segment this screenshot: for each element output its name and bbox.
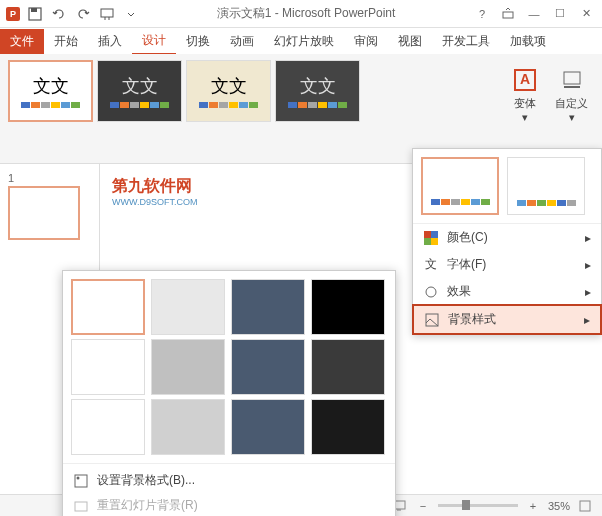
bg-style-10[interactable] <box>151 399 225 455</box>
chevron-right-icon: ▸ <box>585 285 591 299</box>
tab-slideshow[interactable]: 幻灯片放映 <box>264 29 344 54</box>
zoom-handle[interactable] <box>462 500 470 510</box>
tab-file[interactable]: 文件 <box>0 29 44 54</box>
svg-rect-8 <box>424 231 431 238</box>
zoom-slider[interactable] <box>438 504 518 507</box>
theme-office[interactable]: 文文 <box>8 60 93 122</box>
effects-icon <box>423 284 439 300</box>
slide-thumbnail-1[interactable] <box>8 186 80 240</box>
quick-access-toolbar: P <box>4 3 142 25</box>
bg-style-12[interactable] <box>311 399 385 455</box>
customize-button[interactable]: 自定义 ▾ <box>549 64 594 126</box>
bg-style-11[interactable] <box>231 399 305 455</box>
bg-style-6[interactable] <box>151 339 225 395</box>
help-button[interactable]: ? <box>470 4 494 24</box>
chevron-right-icon: ▸ <box>584 313 590 327</box>
svg-rect-3 <box>503 12 513 18</box>
ribbon-tabs: 文件 开始 插入 设计 切换 动画 幻灯片放映 审阅 视图 开发工具 加载项 <box>0 28 602 54</box>
bg-style-2[interactable] <box>151 279 225 335</box>
app-icon: P <box>4 5 22 23</box>
minimize-button[interactable]: — <box>522 4 546 24</box>
color-strip <box>21 102 80 108</box>
colors-icon <box>423 230 439 246</box>
maximize-button[interactable]: ☐ <box>548 4 572 24</box>
tab-insert[interactable]: 插入 <box>88 29 132 54</box>
tab-home[interactable]: 开始 <box>44 29 88 54</box>
chevron-down-icon: ▾ <box>569 111 575 124</box>
background-styles-menu-item[interactable]: 背景样式 ▸ <box>412 304 602 335</box>
background-icon <box>424 312 440 328</box>
zoom-level: 35% <box>548 500 570 512</box>
variant-thumbnails <box>413 149 601 223</box>
svg-rect-16 <box>75 502 87 511</box>
tab-review[interactable]: 审阅 <box>344 29 388 54</box>
bg-style-4[interactable] <box>311 279 385 335</box>
title-bar: P 演示文稿1 - Microsoft PowerPoint ? — ☐ ✕ <box>0 0 602 28</box>
themes-gallery: 文文 文文 文文 文文 <box>8 60 360 122</box>
svg-rect-7 <box>564 86 580 88</box>
svg-point-12 <box>426 287 436 297</box>
tab-animations[interactable]: 动画 <box>220 29 264 54</box>
redo-button[interactable] <box>72 3 94 25</box>
svg-rect-9 <box>431 231 438 238</box>
tab-design[interactable]: 设计 <box>132 28 176 55</box>
theme-dark[interactable]: 文文 <box>275 60 360 122</box>
bg-style-3[interactable] <box>231 279 305 335</box>
svg-rect-10 <box>424 238 431 245</box>
start-slideshow-button[interactable] <box>96 3 118 25</box>
background-popup-footer: 设置背景格式(B)... 重置幻灯片背景(R) <box>63 463 395 516</box>
chevron-down-icon: ▾ <box>522 111 528 124</box>
tab-addins[interactable]: 加载项 <box>500 29 556 54</box>
tab-view[interactable]: 视图 <box>388 29 432 54</box>
svg-rect-14 <box>75 475 87 487</box>
save-button[interactable] <box>24 3 46 25</box>
variants-dropdown: 颜色(C) ▸ 文 字体(F) ▸ 效果 ▸ 背景样式 ▸ <box>412 148 602 335</box>
background-styles-popup: 设置背景格式(B)... 重置幻灯片背景(R) <box>62 270 396 516</box>
zoom-in-button[interactable]: + <box>524 498 542 514</box>
svg-rect-25 <box>580 501 590 511</box>
background-styles-grid <box>63 271 395 463</box>
fonts-icon: 文 <box>423 257 439 273</box>
ribbon-right-buttons: A 变体 ▾ 自定义 ▾ <box>505 60 594 161</box>
fit-window-button[interactable] <box>576 498 594 514</box>
variants-icon: A <box>511 66 539 94</box>
variant-menu: 颜色(C) ▸ 文 字体(F) ▸ 效果 ▸ 背景样式 ▸ <box>413 223 601 335</box>
format-bg-icon <box>73 473 89 489</box>
customize-icon <box>558 66 586 94</box>
variant-thumb-2[interactable] <box>507 157 585 215</box>
zoom-out-button[interactable]: − <box>414 498 432 514</box>
format-background-item[interactable]: 设置背景格式(B)... <box>63 468 395 493</box>
bg-style-9[interactable] <box>71 399 145 455</box>
chevron-right-icon: ▸ <box>585 231 591 245</box>
slide-number: 1 <box>8 172 91 184</box>
close-button[interactable]: ✕ <box>574 4 598 24</box>
chevron-right-icon: ▸ <box>585 258 591 272</box>
variant-thumb-1[interactable] <box>421 157 499 215</box>
colors-menu-item[interactable]: 颜色(C) ▸ <box>413 224 601 251</box>
window-title: 演示文稿1 - Microsoft PowerPoint <box>142 5 470 22</box>
svg-text:A: A <box>520 71 530 87</box>
svg-rect-11 <box>431 238 438 245</box>
window-controls: ? — ☐ ✕ <box>470 4 598 24</box>
svg-point-15 <box>77 476 80 479</box>
effects-menu-item[interactable]: 效果 ▸ <box>413 278 601 305</box>
bg-style-7[interactable] <box>231 339 305 395</box>
reset-bg-icon <box>73 498 89 514</box>
svg-rect-2 <box>101 9 113 17</box>
svg-rect-6 <box>564 72 580 84</box>
bg-style-8[interactable] <box>311 339 385 395</box>
theme-black[interactable]: 文文 <box>97 60 182 122</box>
bg-style-1[interactable] <box>71 279 145 335</box>
bg-style-5[interactable] <box>71 339 145 395</box>
svg-rect-1 <box>31 8 37 12</box>
undo-button[interactable] <box>48 3 70 25</box>
ribbon-options-button[interactable] <box>496 4 520 24</box>
tab-developer[interactable]: 开发工具 <box>432 29 500 54</box>
theme-beige[interactable]: 文文 <box>186 60 271 122</box>
variants-button[interactable]: A 变体 ▾ <box>505 64 545 126</box>
tab-transitions[interactable]: 切换 <box>176 29 220 54</box>
qat-more-button[interactable] <box>120 3 142 25</box>
fonts-menu-item[interactable]: 文 字体(F) ▸ <box>413 251 601 278</box>
reset-background-item: 重置幻灯片背景(R) <box>63 493 395 516</box>
